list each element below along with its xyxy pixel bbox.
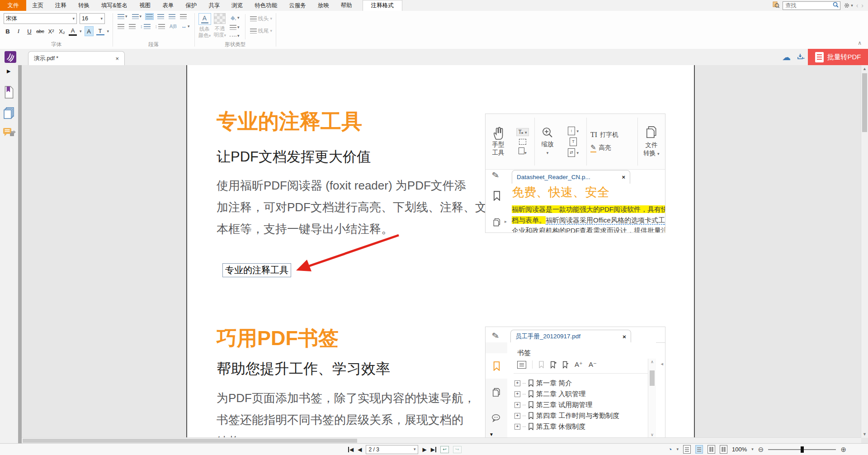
sidebar-bookmarks-icon[interactable] [4,86,14,100]
menu-tab-comment-format[interactable]: 注释格式 [363,0,402,11]
subscript-button[interactable]: X₂ [58,27,66,36]
numbered-list-button[interactable]: ▾ [131,13,143,20]
zoom-select-caret-icon[interactable]: ▾ [751,447,754,451]
fit-text-button[interactable]: A [85,26,94,36]
find-previous-icon[interactable]: ‹ [856,2,859,9]
zoom-out-button[interactable]: ⊖ [758,446,764,453]
last-page-button[interactable]: ▶ [431,447,436,452]
text-spacing-button[interactable]: ↔▾ [180,22,191,30]
page-text-icon: T [570,137,577,146]
find-settings-button[interactable]: ▾ [844,2,853,9]
decrease-indent-button[interactable] [117,23,125,30]
reading-mode-icon[interactable]: ◔ [668,446,672,453]
sidebar-pages-icon[interactable] [4,107,15,121]
zoom-slider[interactable] [768,446,836,453]
line-spacing-up-button[interactable]: ↕ [139,23,151,30]
ribbon-group-shape: A 线条颜色▾ 不透明度▾ ▾ ▾ ▾ [195,11,276,49]
tree-expand-icon: + [514,380,520,386]
vertical-scroll-thumb[interactable] [862,73,867,132]
dash-style-button[interactable]: ▾ [229,33,241,39]
menu-comment[interactable]: 注释 [49,0,72,11]
scroll-down-icon: ∨ [648,432,656,437]
first-page-button[interactable]: ◀ [348,447,354,452]
menu-home[interactable]: 主页 [26,0,49,11]
batch-convert-pdf-button[interactable]: 批量转PDF [808,49,868,65]
fill-color-button[interactable]: ▾ [229,14,241,22]
font-family-select[interactable]: 宋体 ▾ [4,13,77,24]
collapse-ribbon-icon[interactable]: ∧ [858,40,862,46]
find-input[interactable] [784,2,833,9]
menu-convert[interactable]: 转换 [72,0,95,11]
bullet-list-button[interactable]: ▾ [117,13,128,20]
align-right-button[interactable] [168,13,176,20]
superscript-button[interactable]: X² [47,27,55,36]
tab-document[interactable]: 演示.pdf * × [28,51,125,66]
menu-form[interactable]: 表单 [156,0,179,11]
menu-help[interactable]: 帮助 [335,0,358,11]
bold-button[interactable]: B [4,27,12,36]
arrow-annotation[interactable] [289,231,404,276]
align-justify-button[interactable] [179,13,188,20]
line-head-button[interactable]: 线头▾ [250,15,273,23]
next-view-button[interactable]: ↪ [453,446,462,453]
save-to-cloud-icon[interactable] [797,53,805,62]
previous-view-button[interactable]: ↩ [440,446,449,453]
sidebar-comments-icon[interactable] [3,128,16,141]
cloud-icon[interactable]: ☁ [782,53,791,62]
continuous-facing-view-button[interactable] [720,445,727,454]
line-spacing-down-button[interactable]: ↕ [154,23,166,30]
doc-heading-annotation-tools: 专业的注释工具 [217,108,362,136]
menu-slideshow[interactable]: 放映 [312,0,335,11]
font-color-button[interactable]: A [69,27,77,36]
italic-button[interactable]: I [14,27,23,36]
char-spacing-button[interactable]: A|B [169,23,178,30]
vertical-scrollbar[interactable]: ▲ ▼ [861,65,868,438]
pages-outline-icon [492,218,501,227]
doc-subheading-2: 帮助您提升工作、学习效率 [217,359,390,379]
menu-protect[interactable]: 保护 [179,0,203,11]
facing-view-button[interactable] [708,445,715,454]
find-magnifier-icon[interactable] [833,2,839,9]
bookmark-item: +第一章 简介 [514,378,640,389]
zoom-slider-knob[interactable] [801,446,804,453]
sidebar-splitter[interactable] [18,65,22,444]
underline-button[interactable]: U [25,27,33,36]
menu-browse[interactable]: 浏览 [226,0,249,11]
increase-indent-button[interactable] [128,23,137,30]
horizontal-scroll-thumb[interactable] [23,439,357,443]
line-style-button[interactable]: ▾ [229,24,241,31]
previous-page-button[interactable]: ◀ [358,447,362,452]
page-number-select[interactable]: 2 / 3 ▾ [366,445,418,454]
line-color-button[interactable]: A 线条颜色▾ [198,13,211,39]
menu-share[interactable]: 共享 [203,0,226,11]
shot1-hand-tool: 手型工具 [486,114,511,169]
bookmark-panel-toolbar: A⁺ A⁻ [517,360,597,369]
doc-subheading-1: 让PDF文档发挥更大价值 [217,147,371,166]
line-tail-button[interactable]: 线尾▾ [250,27,273,35]
find-next-icon[interactable]: › [861,2,863,9]
align-center-button[interactable] [156,13,165,20]
font-size-select[interactable]: 16 ▾ [80,13,105,24]
continuous-view-button[interactable] [695,445,703,454]
horizontal-scrollbar[interactable] [22,437,861,444]
text-mark-button[interactable]: T [96,27,104,35]
textbox-annotation[interactable]: 专业的注释工具 [222,263,291,277]
menu-cloud[interactable]: 云服务 [283,0,312,11]
zoom-in-button[interactable]: ⊕ [840,446,846,453]
search-document-icon[interactable] [773,1,779,9]
foxit-logo-icon[interactable] [5,51,16,63]
doc-paragraph-2: 为PDF页面添加书签，除了实现内容的快速导航， 书签还能指明不同书签的层级关系，… [217,387,475,444]
menu-file[interactable]: 文件 [0,0,26,11]
menu-features[interactable]: 特色功能 [249,0,283,11]
ribbon-group-paragraph: ▾ ▾ ↕ ↕ A|B ↔▾ 段落 [113,11,194,49]
opacity-button[interactable]: 不透明度▾ [214,13,226,38]
align-left-button[interactable] [145,13,154,20]
menu-view[interactable]: 视图 [133,0,156,11]
tab-close-icon[interactable]: × [115,55,119,62]
next-page-button[interactable]: ▶ [422,447,426,452]
sidebar-expand-icon[interactable]: ▶ [7,68,10,74]
shot1-document-tab: Datasheet_Reader_CN.p... × [512,170,630,184]
strikethrough-button[interactable]: abc [36,27,44,36]
single-page-view-button[interactable] [683,445,691,454]
menu-fill-sign[interactable]: 填写&签名 [95,0,133,11]
